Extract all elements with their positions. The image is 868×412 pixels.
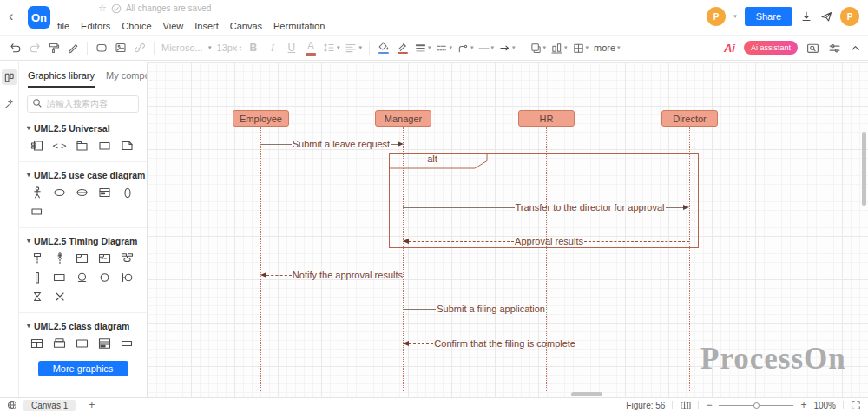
shape-actor-lifeline-icon[interactable] — [52, 252, 67, 265]
font-color-button[interactable]: A — [302, 38, 319, 57]
shape-state-rect-icon[interactable] — [52, 271, 67, 284]
shape-system-box-icon[interactable] — [97, 186, 112, 199]
shape-tall-oval-icon[interactable] — [120, 186, 135, 199]
menu-canvas[interactable]: Canvas — [230, 21, 262, 31]
canvas-globe-icon[interactable] — [7, 400, 17, 410]
text-align-button[interactable]: ▾ — [343, 38, 364, 57]
fullscreen-icon[interactable] — [851, 400, 861, 410]
edit-pen-button[interactable] — [64, 38, 82, 57]
shape-class-compartments-icon[interactable] — [97, 337, 112, 350]
shape-compact-lifeline-icon[interactable] — [120, 252, 135, 265]
shape-lifeline-head-icon[interactable] — [30, 252, 44, 265]
actor-hr[interactable]: HR — [518, 110, 575, 127]
menu-insert[interactable]: Insert — [194, 21, 219, 31]
shape-bar-circle-icon[interactable] — [120, 271, 135, 284]
redo-button[interactable] — [26, 38, 43, 57]
line-style-button[interactable]: ▾ — [434, 38, 454, 57]
collaborator-avatar[interactable]: P — [707, 7, 726, 26]
diagram-canvas[interactable]: Employee Manager HR Director alt Submit … — [148, 62, 868, 397]
shape-activation-bar-icon[interactable] — [30, 271, 44, 284]
adjust-settings-icon[interactable] — [828, 42, 841, 55]
underline-button[interactable]: U — [283, 38, 300, 57]
section-uml-use-case[interactable]: ▾ UML2.5 use case diagram — [19, 163, 147, 185]
fill-color-button[interactable] — [375, 38, 392, 57]
zoom-slider[interactable] — [719, 401, 793, 409]
actor-employee[interactable]: Employee — [233, 110, 289, 127]
menu-editors[interactable]: Editors — [81, 21, 110, 31]
arrange-button[interactable]: ▾ — [549, 38, 569, 57]
actor-director[interactable]: Director — [661, 110, 718, 127]
font-size-stepper[interactable]: ▴▾ — [239, 44, 241, 51]
shape-note-icon[interactable] — [120, 140, 135, 153]
insert-link-button[interactable] — [131, 38, 148, 57]
message-confirm-filing-complete[interactable]: Confirm that the filing is complete — [403, 337, 576, 350]
shape-actor-icon[interactable] — [30, 186, 44, 199]
shape-circle-icon[interactable] — [97, 271, 112, 284]
magic-beautify-icon[interactable] — [2, 95, 17, 111]
collapse-toolbar-icon[interactable] — [850, 43, 861, 54]
shape-cross-icon[interactable] — [52, 291, 67, 304]
font-family-select[interactable]: Microso... ▾ — [160, 38, 214, 57]
italic-button[interactable]: I — [264, 38, 281, 57]
section-uml-timing[interactable]: ▾ UML2.5 Timing Diagram — [19, 229, 147, 251]
horizontal-scrollbar[interactable] — [571, 392, 602, 396]
shape-hourglass-icon[interactable] — [30, 291, 44, 304]
undo-button[interactable] — [7, 38, 24, 57]
alt-fragment-frame[interactable]: alt — [389, 153, 699, 248]
add-canvas-button[interactable]: + — [89, 399, 95, 411]
zoom-out-button[interactable]: − — [706, 399, 712, 411]
shape-plain-rect-icon[interactable] — [75, 337, 89, 350]
more-tools-button[interactable]: more ▾ — [592, 38, 622, 57]
shape-table-icon[interactable] — [30, 337, 44, 350]
line-height-button[interactable]: ▾ — [321, 38, 342, 57]
connector-type-button[interactable]: ▾ — [456, 38, 476, 57]
search-input[interactable] — [27, 95, 139, 113]
line-start-button[interactable]: — ▾ — [477, 38, 496, 57]
insert-shape-button[interactable] — [93, 38, 110, 57]
user-avatar[interactable]: P — [840, 7, 859, 26]
processon-logo[interactable]: On — [28, 6, 50, 29]
minimap-icon[interactable] — [680, 400, 691, 410]
shape-circle-underline-icon[interactable] — [75, 271, 89, 284]
graphics-panel-icon[interactable] — [2, 69, 17, 85]
shape-component-icon[interactable] — [30, 140, 44, 153]
shape-frame-dashed-icon[interactable] — [97, 252, 112, 265]
message-submit-filing-application[interactable]: Submit a filing application — [403, 303, 546, 315]
shape-frame-icon[interactable] — [75, 252, 89, 265]
actor-manager[interactable]: Manager — [375, 110, 431, 127]
insert-table-button[interactable]: ▾ — [571, 38, 591, 57]
zoom-in-button[interactable]: + — [800, 399, 806, 411]
message-submit-leave-request[interactable]: Submit a leave request — [260, 138, 404, 150]
shape-ellipse-icon[interactable] — [52, 186, 67, 199]
shape-titled-class-icon[interactable] — [52, 337, 67, 350]
shape-package-icon[interactable] — [75, 140, 89, 153]
more-graphics-button[interactable]: More graphics — [38, 361, 128, 376]
lifeline-employee[interactable] — [260, 127, 261, 391]
shape-boundary-rect-icon[interactable] — [30, 206, 44, 219]
canvas-tab[interactable]: Canvas 1 — [23, 400, 76, 411]
tab-my-components[interactable]: My components — [106, 70, 148, 88]
menu-view[interactable]: View — [163, 21, 184, 31]
line-width-button[interactable]: ▾ — [413, 38, 433, 57]
vertical-scrollbar[interactable] — [862, 132, 866, 206]
font-size-select[interactable]: 13px ▴▾ — [215, 38, 243, 57]
section-uml-class[interactable]: ▾ UML2.5 class diagram — [19, 314, 147, 336]
section-uml-universal[interactable]: ▾ UML2.5 Universal — [19, 116, 147, 138]
ai-assistant-button[interactable]: Ai assistant — [744, 41, 798, 55]
find-replace-icon[interactable] — [806, 42, 819, 55]
message-notify-approval-results[interactable]: Notify the approval results — [260, 269, 404, 281]
shape-rectangle-icon[interactable] — [97, 140, 112, 153]
line-end-arrow-button[interactable]: ▾ — [497, 38, 517, 57]
message-transfer-to-director[interactable]: Transfer to the director for approval — [403, 201, 689, 213]
insert-image-button[interactable] — [112, 38, 129, 57]
menu-file[interactable]: file — [57, 21, 69, 31]
zoom-level[interactable]: 100% — [813, 401, 836, 410]
back-button[interactable]: ‹ — [9, 9, 13, 24]
menu-permutation[interactable]: Permutation — [273, 21, 325, 31]
menu-choice[interactable]: Choice — [122, 21, 151, 31]
stroke-color-button[interactable] — [394, 38, 411, 57]
shape-small-rect-icon[interactable] — [120, 337, 135, 350]
send-icon[interactable] — [820, 10, 832, 23]
share-button[interactable]: Share — [745, 7, 792, 26]
shape-angle-brackets-icon[interactable]: < > — [52, 140, 67, 153]
